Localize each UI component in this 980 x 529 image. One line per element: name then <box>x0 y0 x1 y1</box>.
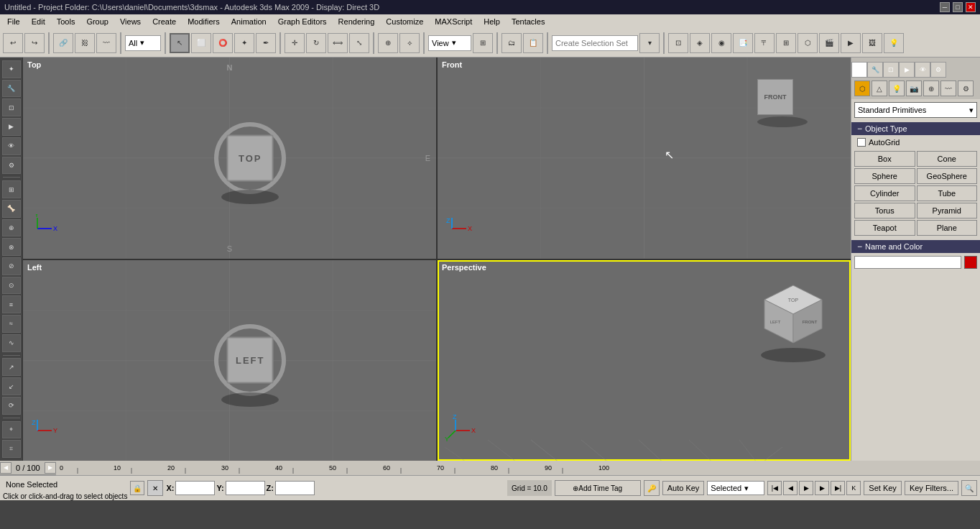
menu-tentacles[interactable]: Tentacles <box>506 16 550 27</box>
search-button[interactable]: 🔍 <box>961 480 977 496</box>
rotate-button[interactable]: ↻ <box>306 33 326 53</box>
select-link-button[interactable]: 🔗 <box>53 33 73 53</box>
snap-toggle-button[interactable]: ⊡ <box>668 33 688 53</box>
object-properties-button[interactable]: 📋 <box>523 33 543 53</box>
utilities-tab[interactable]: ⚙ <box>930 62 946 78</box>
view-dropdown[interactable]: View ▾ <box>428 35 471 51</box>
color-swatch[interactable] <box>964 256 977 269</box>
material-editor-button[interactable]: ⬡ <box>798 33 818 53</box>
torus-button[interactable]: Torus <box>854 203 915 218</box>
object-name-input[interactable] <box>854 256 961 269</box>
left-tool-14[interactable]: ⌗ <box>2 440 21 458</box>
quick-render-button[interactable]: ▶ <box>841 33 861 53</box>
next-frame-btn[interactable]: ▶ <box>815 481 829 495</box>
reference-coord-button[interactable]: ⊕ <box>378 33 398 53</box>
viewport-left[interactable]: Left LEFT Z Y <box>23 260 436 461</box>
view-options-button[interactable]: ⊞ <box>473 33 493 53</box>
cameras-icon[interactable]: 📷 <box>906 80 922 96</box>
move-button[interactable]: ✛ <box>285 33 305 53</box>
select-object-button[interactable]: ↖ <box>170 33 190 53</box>
mirror-button[interactable]: ⟺ <box>328 33 348 53</box>
menu-help[interactable]: Help <box>478 16 506 27</box>
create-panel-btn[interactable]: ✦ <box>2 60 21 78</box>
pyramid-button[interactable]: Pyramid <box>917 203 978 218</box>
hierarchy-panel-btn[interactable]: ⊡ <box>2 98 21 116</box>
display-tab[interactable]: 👁 <box>915 62 930 78</box>
menu-customize[interactable]: Customize <box>380 16 429 27</box>
go-to-end-btn[interactable]: ▶| <box>831 481 845 495</box>
viewport-front[interactable]: Front ↖ FRONT Z X <box>438 58 851 259</box>
display-panel-btn[interactable]: 👁 <box>2 137 21 155</box>
select-lasso-button[interactable]: ✒ <box>256 33 276 53</box>
modify-tab[interactable]: 🔧 <box>867 62 883 78</box>
selection-set-arrow[interactable]: ▾ <box>639 33 660 53</box>
timeline-prev-btn[interactable]: ◀ <box>0 462 11 474</box>
shapes-icon[interactable]: △ <box>872 80 887 96</box>
select-circle-button[interactable]: ⭕ <box>213 33 233 53</box>
layer-manager-button[interactable]: 🗂 <box>501 33 522 53</box>
menu-animation[interactable]: Animation <box>226 16 272 27</box>
menu-views[interactable]: Views <box>114 16 147 27</box>
minimize-button[interactable]: ─ <box>940 2 950 12</box>
autogrid-checkbox[interactable] <box>857 138 866 147</box>
timeline-next-btn[interactable]: ▶ <box>45 462 56 474</box>
render-scene-button[interactable]: 🎬 <box>819 33 839 53</box>
undo-button[interactable]: ↩ <box>3 33 23 53</box>
create-selection-set-input[interactable] <box>552 35 638 51</box>
left-tool-11[interactable]: ↙ <box>2 377 21 395</box>
utilities-panel-btn[interactable]: ⚙ <box>2 157 21 175</box>
snap-strength-button[interactable]: ◉ <box>711 33 731 53</box>
use-pivot-button[interactable]: ⟡ <box>399 33 420 53</box>
geosphere-button[interactable]: GeoSphere <box>917 168 978 184</box>
geometry-icon[interactable]: ⬡ <box>854 80 870 96</box>
cylinder-button[interactable]: Cylinder <box>854 185 915 201</box>
left-tool-7[interactable]: ≡ <box>2 295 21 313</box>
left-tool-3[interactable]: ⊕ <box>2 219 21 237</box>
left-tool-5[interactable]: ⊘ <box>2 257 21 275</box>
name-color-toggle[interactable]: − <box>857 242 862 252</box>
timeline-ruler[interactable]: 0 10 20 30 40 50 60 70 80 90 100 <box>56 461 980 475</box>
left-tool-12[interactable]: ⟳ <box>2 397 21 415</box>
key-icon-btn[interactable]: 🔑 <box>644 480 660 496</box>
left-tool-13[interactable]: ⌖ <box>2 421 21 439</box>
plane-button[interactable]: Plane <box>917 220 978 236</box>
select-region-button[interactable]: ⬜ <box>191 33 211 53</box>
left-tool-9[interactable]: ∿ <box>2 334 21 352</box>
menu-maxscript[interactable]: MAXScript <box>429 16 478 27</box>
left-tool-6[interactable]: ⊙ <box>2 277 21 295</box>
sphere-button[interactable]: Sphere <box>854 168 915 184</box>
link-display-btn[interactable]: ⊞ <box>2 180 21 198</box>
space-warps-icon[interactable]: 〰 <box>940 80 956 96</box>
schematic-view-button[interactable]: ⊞ <box>776 33 796 53</box>
menu-graph-editors[interactable]: Graph Editors <box>272 16 333 27</box>
selected-dropdown[interactable]: Selected ▾ <box>707 481 764 495</box>
manage-layers-button[interactable]: 📑 <box>733 33 753 53</box>
menu-group[interactable]: Group <box>80 16 114 27</box>
create-tab[interactable]: ✦ <box>851 62 867 78</box>
auto-key-button[interactable]: Auto Key <box>662 481 705 495</box>
tube-button[interactable]: Tube <box>917 185 978 201</box>
go-to-start-btn[interactable]: |◀ <box>767 481 782 495</box>
menu-modifiers[interactable]: Modifiers <box>182 16 226 27</box>
helpers-icon[interactable]: ⊕ <box>923 80 939 96</box>
y-input[interactable] <box>226 481 265 495</box>
menu-file[interactable]: File <box>1 16 26 27</box>
primitives-dropdown[interactable]: Standard Primitives ▾ <box>854 102 977 118</box>
bone-btn[interactable]: 🦴 <box>2 200 21 218</box>
status-x-button[interactable]: ✕ <box>147 480 163 496</box>
track-view-button[interactable]: 〒 <box>754 33 775 53</box>
menu-create[interactable]: Create <box>147 16 182 27</box>
z-input[interactable] <box>275 481 315 495</box>
hierarchy-tab[interactable]: ⊡ <box>883 62 899 78</box>
bind-to-space-warp[interactable]: 〰 <box>96 33 116 53</box>
prev-frame-btn[interactable]: ◀ <box>783 481 798 495</box>
motion-tab[interactable]: ▶ <box>899 62 915 78</box>
left-tool-10[interactable]: ↗ <box>2 358 21 376</box>
angle-snap-button[interactable]: ◈ <box>690 33 710 53</box>
viewport-perspective[interactable]: Perspective <box>438 260 851 461</box>
x-input[interactable] <box>175 481 215 495</box>
key-filters-button[interactable]: Key Filters... <box>905 481 958 495</box>
close-button[interactable]: ✕ <box>966 2 976 12</box>
left-tool-4[interactable]: ⊗ <box>2 238 21 256</box>
unlink-button[interactable]: ⛓ <box>75 33 95 53</box>
